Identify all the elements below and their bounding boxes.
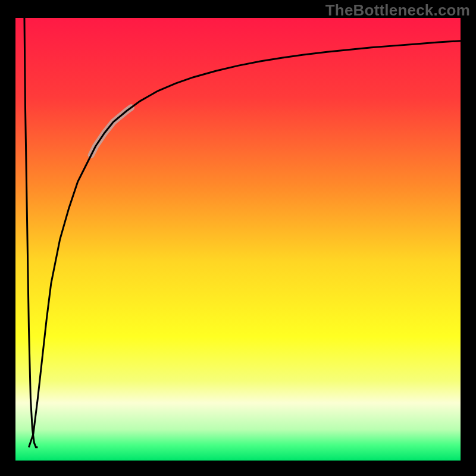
curve-rise-flatten [29,41,461,447]
curve-highlight [91,108,131,155]
plot-area [15,18,461,461]
chart-frame: TheBottleneck.com [0,0,476,476]
watermark-text: TheBottleneck.com [325,1,470,20]
curve-layer [15,18,461,461]
curve-left-drop [24,18,37,447]
